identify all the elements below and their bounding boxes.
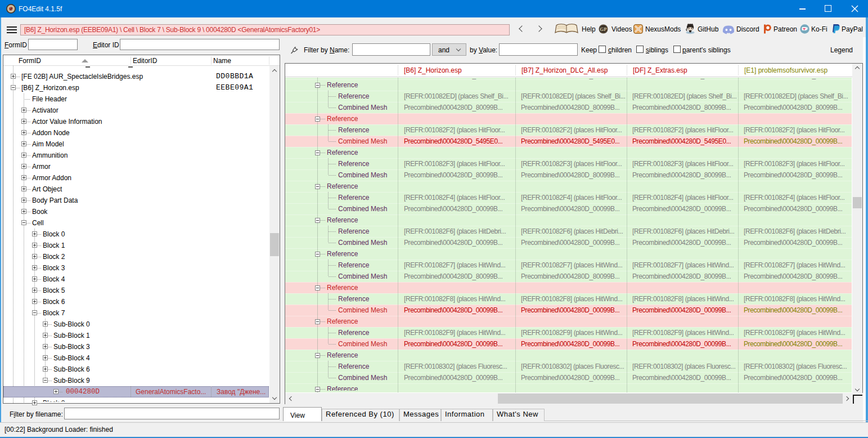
svg-text:GP: GP xyxy=(600,26,607,32)
